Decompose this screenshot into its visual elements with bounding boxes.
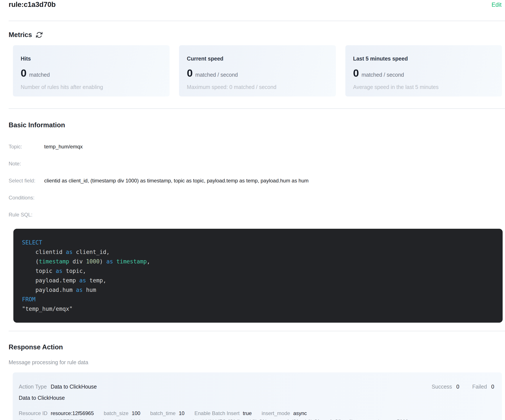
action-stats: Success 0 Failed 0 xyxy=(432,384,494,390)
divider xyxy=(9,108,505,109)
code-line: "temp_hum/emqx" xyxy=(22,304,494,313)
divider xyxy=(9,331,505,331)
failed-value: 0 xyxy=(491,384,494,390)
info-label: Conditions: xyxy=(9,195,44,201)
info-value xyxy=(44,212,53,218)
metrics-cards: Hits 0 matched Number of rules hits afte… xyxy=(13,45,502,96)
info-value: temp_hum/emqx xyxy=(44,144,91,150)
attr-value: resource:12f56965 xyxy=(51,410,94,417)
response-action-subtitle: Message processing for rule data xyxy=(9,359,505,365)
code-line: FROM xyxy=(22,295,494,304)
action-attr-pair: sync_timeout5000 xyxy=(363,419,408,420)
action-attr-pair: batch_size100 xyxy=(104,410,140,417)
failed-label: Failed xyxy=(472,384,487,390)
info-label: Note: xyxy=(9,161,44,167)
card-unit: matched / second xyxy=(196,72,238,78)
info-row-rule-sql: Rule SQL: xyxy=(9,212,505,218)
divider xyxy=(9,21,505,21)
action-attr-pair: SQL TemplateINSERT INTO temp_hum (client… xyxy=(19,419,353,420)
rule-sql-code-block: SELECT clientid as client_id, (timestamp… xyxy=(13,229,503,323)
card-unit: matched xyxy=(29,72,50,78)
card-title: Hits xyxy=(21,56,162,62)
metrics-heading-label: Metrics xyxy=(9,31,32,39)
card-description: Maximum speed: 0 matched / second xyxy=(187,84,328,90)
action-attr-pair: Enable Batch Inserttrue xyxy=(194,410,252,417)
sql-code: SELECT clientid as client_id, (timestamp… xyxy=(22,238,494,313)
page-header: rule:c1a3d70b Edit xyxy=(0,0,505,9)
card-title: Last 5 minutes speed xyxy=(353,56,494,62)
action-type-label: Action Type xyxy=(19,384,47,390)
code-line: topic as topic, xyxy=(22,266,494,276)
card-title: Current speed xyxy=(187,56,328,62)
attr-label: Enable Batch Insert xyxy=(194,410,239,417)
action-attr-pair: insert_modeasync xyxy=(262,410,307,417)
info-row-note: Note: xyxy=(9,161,505,167)
code-line: clientid as client_id, xyxy=(22,247,494,257)
info-row-conditions: Conditions: xyxy=(9,195,505,201)
action-type-value: Data to ClickHouse xyxy=(51,384,97,390)
success-value: 0 xyxy=(456,384,459,390)
attr-label: insert_mode xyxy=(262,410,290,417)
code-line: SELECT xyxy=(22,238,494,247)
basic-info-rows: Topic: temp_hum/emqx Note: Select field:… xyxy=(9,144,505,218)
card-value: 0 xyxy=(187,67,193,79)
card-description: Number of rules hits after enabling xyxy=(21,84,162,90)
attr-label: Resource ID xyxy=(19,410,47,417)
metric-card-hits: Hits 0 matched Number of rules hits afte… xyxy=(13,45,170,96)
action-attr-row: Resource IDresource:12f56965batch_size10… xyxy=(19,410,494,417)
page-title: rule:c1a3d70b xyxy=(9,0,56,9)
attr-label: SQL Template xyxy=(19,419,51,420)
attr-label: batch_time xyxy=(150,410,175,417)
metric-card-current-speed: Current speed 0 matched / second Maximum… xyxy=(179,45,336,96)
action-attr-row: SQL TemplateINSERT INTO temp_hum (client… xyxy=(19,419,494,420)
success-stat: Success 0 xyxy=(432,384,459,390)
info-label: Topic: xyxy=(9,144,44,150)
code-line: (timestamp div 1000) as timestamp, xyxy=(22,257,494,266)
info-row-select-field: Select field: clientid as client_id, (ti… xyxy=(9,178,505,184)
info-value: clientid as client_id, (timestamp div 10… xyxy=(44,178,317,184)
attr-value: true xyxy=(243,410,252,417)
refresh-icon[interactable] xyxy=(36,31,43,38)
attr-value: INSERT INTO temp_hum (client_id, timesta… xyxy=(55,419,353,420)
attr-value: 5000 xyxy=(397,419,408,420)
info-value xyxy=(44,161,53,167)
response-action-card: Action Type Data to ClickHouse Success 0… xyxy=(13,372,502,420)
code-line: payload.temp as temp, xyxy=(22,276,494,285)
attr-label: sync_timeout xyxy=(363,419,393,420)
action-attr-pair: batch_time10 xyxy=(150,410,184,417)
info-label: Rule SQL: xyxy=(9,212,44,218)
action-attr-rows: Resource IDresource:12f56965batch_size10… xyxy=(19,410,494,420)
edit-link[interactable]: Edit xyxy=(492,0,502,9)
attr-value: async xyxy=(293,410,307,417)
metrics-heading: Metrics xyxy=(9,31,505,39)
action-attr-pair: Resource IDresource:12f56965 xyxy=(19,410,94,417)
code-line: payload.hum as hum xyxy=(22,285,494,295)
card-description: Average speed in the last 5 minutes xyxy=(353,84,494,90)
response-action-heading: Response Action xyxy=(9,343,505,351)
attr-value: 100 xyxy=(132,410,140,417)
metric-card-last5-speed: Last 5 minutes speed 0 matched / second … xyxy=(345,45,502,96)
action-name: Data to ClickHouse xyxy=(19,395,494,401)
card-value: 0 xyxy=(353,67,359,79)
info-row-topic: Topic: temp_hum/emqx xyxy=(9,144,505,150)
failed-stat: Failed 0 xyxy=(472,384,494,390)
action-type: Action Type Data to ClickHouse xyxy=(19,384,97,390)
card-unit: matched / second xyxy=(361,72,404,78)
success-label: Success xyxy=(432,384,452,390)
attr-label: batch_size xyxy=(104,410,129,417)
card-value: 0 xyxy=(21,67,26,79)
info-value xyxy=(44,195,53,201)
attr-value: 10 xyxy=(179,410,185,417)
basic-info-heading: Basic Information xyxy=(9,121,505,129)
info-label: Select field: xyxy=(9,178,44,184)
